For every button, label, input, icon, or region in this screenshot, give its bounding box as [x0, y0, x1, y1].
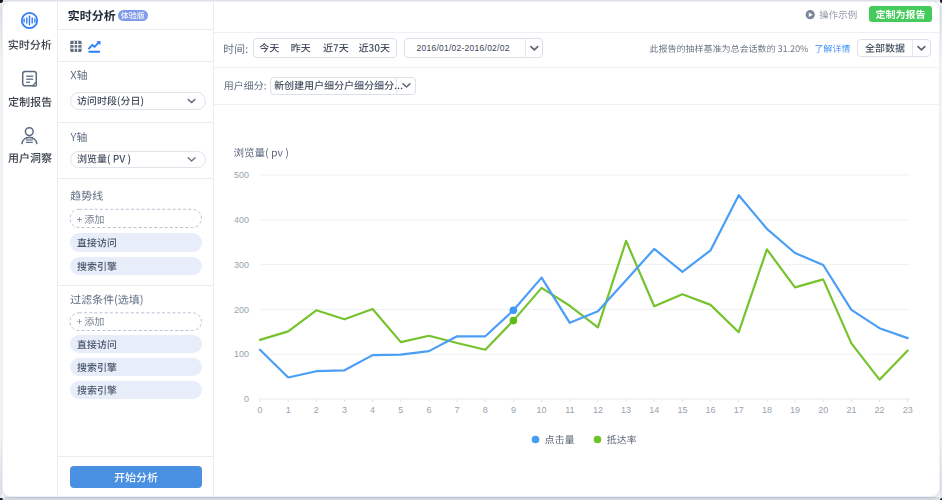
svg-text:9: 9: [511, 405, 516, 415]
svg-text:15: 15: [677, 405, 687, 415]
svg-text:2: 2: [314, 405, 319, 415]
svg-text:20: 20: [818, 405, 828, 415]
svg-text:21: 21: [846, 405, 856, 415]
svg-text:12: 12: [593, 405, 603, 415]
svg-text:100: 100: [234, 349, 249, 359]
svg-text:500: 500: [234, 170, 249, 180]
svg-text:0: 0: [244, 394, 249, 404]
svg-text:22: 22: [874, 405, 884, 415]
svg-text:3: 3: [342, 405, 347, 415]
svg-text:7: 7: [455, 405, 460, 415]
svg-text:6: 6: [426, 405, 431, 415]
svg-text:11: 11: [565, 405, 574, 415]
svg-text:300: 300: [234, 260, 249, 270]
svg-text:2016/01/02-2016/02/02: 2016/01/02-2016/02/02: [417, 43, 510, 53]
svg-text:19: 19: [790, 405, 800, 415]
svg-text:1: 1: [286, 405, 291, 415]
svg-text:18: 18: [762, 405, 772, 415]
svg-text:4: 4: [370, 405, 375, 415]
svg-text:13: 13: [621, 405, 631, 415]
svg-text:17: 17: [734, 405, 744, 415]
svg-text:10: 10: [537, 405, 547, 415]
svg-text:200: 200: [234, 305, 249, 315]
svg-text:16: 16: [706, 405, 716, 415]
svg-text:14: 14: [649, 405, 659, 415]
svg-text:400: 400: [234, 215, 249, 225]
svg-text:5: 5: [398, 405, 403, 415]
svg-text:23: 23: [903, 405, 913, 415]
svg-text:0: 0: [257, 405, 262, 415]
svg-text:8: 8: [483, 405, 488, 415]
